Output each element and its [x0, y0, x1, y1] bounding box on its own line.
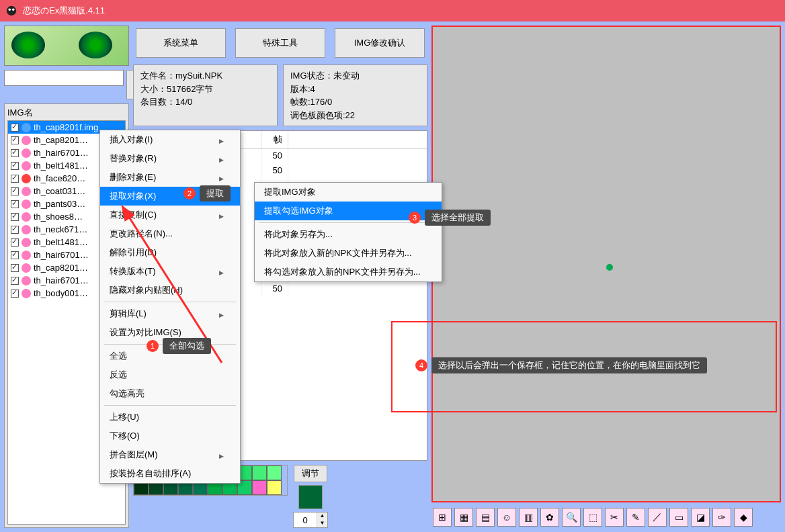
item-type-icon — [22, 161, 31, 171]
img-confirm-button[interactable]: IMG修改确认 — [335, 28, 425, 58]
menu-item[interactable]: 全选 — [100, 347, 240, 365]
tool-button[interactable]: ☺ — [497, 508, 516, 527]
item-type-icon — [22, 136, 31, 145]
palette-cell[interactable] — [252, 480, 267, 495]
menu-item[interactable]: 将勾选对象放入新的NPK文件并另存为... — [255, 263, 442, 281]
system-menu-button[interactable]: 系统菜单 — [136, 28, 226, 58]
checkbox-icon[interactable] — [11, 149, 19, 157]
tool-button[interactable]: ◆ — [734, 508, 753, 527]
value-spinner[interactable]: ▲▼ — [293, 512, 328, 528]
palette-cell[interactable] — [267, 466, 282, 480]
menu-item[interactable]: 替换对象(R) — [100, 149, 240, 168]
tool-button[interactable]: ▦ — [454, 508, 473, 527]
item-label: th_coat031… — [34, 186, 85, 196]
img-list-title: IMG名 — [7, 107, 126, 119]
file-info-panel: 文件名：mySuit.NPK 大小：517662字节 条目数：14/0 — [133, 64, 278, 126]
img-status-label: IMG状态：未变动 — [290, 69, 420, 83]
checkbox-icon[interactable] — [11, 200, 19, 208]
tool-button[interactable]: ✑ — [712, 508, 731, 527]
item-label: th_cap8201… — [34, 263, 88, 273]
menu-item[interactable]: 剪辑库(L) — [100, 304, 240, 323]
preview-canvas[interactable] — [431, 26, 781, 502]
adjust-button[interactable]: 调节 — [294, 465, 327, 482]
checkbox-icon[interactable] — [11, 238, 19, 247]
checkbox-icon[interactable] — [11, 187, 19, 195]
menu-item[interactable]: 直接复制(C) — [100, 206, 240, 224]
tool-button[interactable]: ✎ — [626, 508, 645, 527]
menu-item[interactable]: 解除引用(D) — [100, 243, 240, 262]
tool-button[interactable]: ⬚ — [583, 508, 602, 527]
tool-button[interactable]: ▥ — [519, 508, 538, 527]
item-type-icon — [22, 289, 31, 298]
tool-button[interactable]: ◪ — [691, 508, 710, 527]
item-label: th_hair6701… — [34, 250, 89, 260]
checkbox-icon[interactable] — [11, 124, 19, 132]
tool-button[interactable]: ✂ — [605, 508, 624, 527]
menu-item[interactable]: 删除对象(E) — [100, 168, 240, 187]
item-type-icon — [22, 174, 31, 183]
app-icon — [5, 5, 17, 17]
tool-button[interactable]: ／ — [648, 508, 667, 527]
item-label: th_hair6701… — [34, 148, 89, 158]
checkbox-icon[interactable] — [11, 277, 19, 285]
app-title: 恋恋のEx黑猫版.4.11 — [23, 5, 105, 17]
img-frames-label: 帧数:176/0 — [290, 95, 420, 109]
checkbox-icon[interactable] — [11, 226, 19, 234]
item-label: th_body001… — [34, 288, 88, 298]
menu-item[interactable]: 提取对象(X) — [100, 187, 240, 206]
current-color-swatch — [298, 485, 323, 509]
menu-item[interactable]: 插入对象(I) — [100, 130, 240, 149]
item-type-icon — [22, 200, 31, 209]
menu-item[interactable]: 提取勾选IMG对象 — [255, 202, 442, 220]
item-type-icon — [22, 238, 31, 247]
spinner-input[interactable] — [294, 514, 317, 527]
special-tools-button[interactable]: 特殊工具 — [235, 28, 325, 58]
context-menu[interactable]: 插入对象(I)替换对象(R)删除对象(E)提取对象(X)直接复制(C)更改路径名… — [99, 130, 241, 484]
checkbox-icon[interactable] — [11, 264, 19, 272]
menu-item[interactable]: 拼合图层(M) — [100, 445, 240, 464]
tool-button[interactable]: 🔍 — [562, 508, 581, 527]
item-label: th_cap8201… — [34, 135, 88, 145]
item-label: th_face620… — [34, 173, 85, 183]
menu-item[interactable]: 隐藏对象内贴图(H) — [100, 281, 240, 300]
checkbox-icon[interactable] — [11, 251, 19, 259]
menu-item[interactable]: 将此对象放入新的NPK文件并另存为... — [255, 244, 442, 263]
spinner-down[interactable]: ▼ — [317, 520, 327, 527]
item-type-icon — [22, 263, 31, 273]
checkbox-icon[interactable] — [11, 290, 19, 298]
menu-item[interactable]: 将此对象另存为... — [255, 225, 442, 244]
item-label: th_pants03… — [34, 199, 85, 209]
palette-cell[interactable] — [267, 480, 282, 495]
tool-button[interactable]: ⊞ — [433, 508, 452, 527]
tool-button[interactable]: ✿ — [540, 508, 559, 527]
item-label: th_shoes8… — [34, 212, 83, 222]
spinner-up[interactable]: ▲ — [317, 513, 327, 520]
menu-item[interactable]: 反选 — [100, 365, 240, 384]
menu-item[interactable]: 下移(O) — [100, 427, 240, 445]
tool-button[interactable]: ▭ — [669, 508, 688, 527]
img-info-panel: IMG状态：未变动 版本:4 帧数:176/0 调色板颜色项:22 — [283, 64, 427, 126]
item-type-icon — [22, 225, 31, 234]
palette-cell[interactable] — [252, 466, 267, 480]
checkbox-icon[interactable] — [11, 175, 19, 183]
highlight-frame — [391, 321, 777, 412]
checkbox-icon[interactable] — [11, 136, 19, 144]
context-submenu[interactable]: 提取IMG对象提取勾选IMG对象将此对象另存为...将此对象放入新的NPK文件并… — [254, 182, 442, 282]
item-type-icon — [22, 187, 31, 196]
menu-item[interactable]: 按装扮名自动排序(A) — [100, 464, 240, 483]
search-input[interactable] — [4, 70, 124, 86]
svg-point-0 — [7, 6, 16, 15]
menu-item[interactable]: 设置为对比IMG(S) — [100, 323, 240, 342]
menu-item[interactable]: 勾选高亮 — [100, 384, 240, 403]
item-type-icon — [22, 123, 31, 132]
checkbox-icon[interactable] — [11, 162, 19, 170]
menu-item[interactable]: 上移(U) — [100, 408, 240, 427]
menu-item[interactable]: 转换版本(T) — [100, 262, 240, 281]
checkbox-icon[interactable] — [11, 213, 19, 221]
menu-item[interactable]: 提取IMG对象 — [255, 183, 442, 202]
col-frame[interactable]: 帧 — [261, 131, 288, 148]
item-label: th_neck671… — [34, 224, 87, 234]
preview-sprite — [606, 264, 613, 271]
tool-button[interactable]: ▤ — [476, 508, 495, 527]
menu-item[interactable]: 更改路径名(N)... — [100, 224, 240, 243]
